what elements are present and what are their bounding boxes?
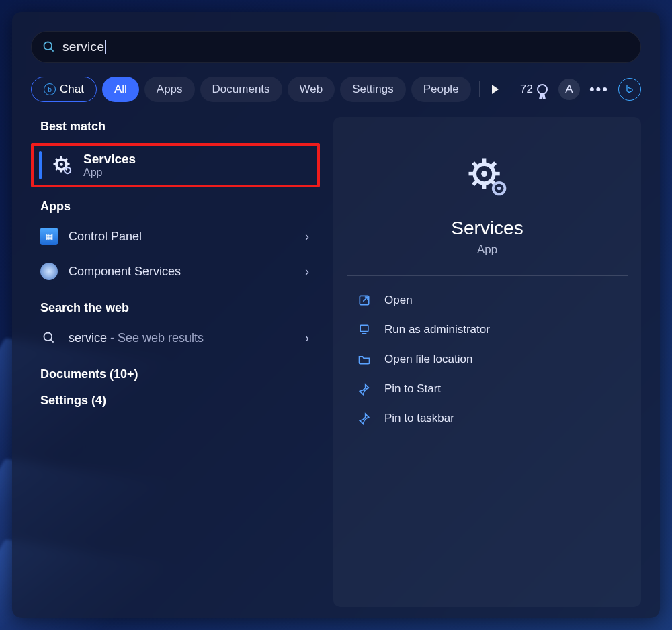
start-search-panel: service b Chat All Apps Documents Web Se…: [12, 12, 660, 618]
folder-icon: [358, 353, 371, 366]
svg-line-1: [51, 49, 54, 52]
filter-apps[interactable]: Apps: [144, 77, 195, 102]
action-pin-start[interactable]: Pin to Start: [347, 374, 628, 404]
rewards-points[interactable]: 72: [520, 83, 548, 96]
search-input[interactable]: service: [31, 31, 641, 63]
preview-panel: Services App Open Run as administrator O…: [333, 117, 641, 607]
filter-label: All: [114, 83, 127, 96]
services-icon: [52, 155, 73, 175]
chevron-right-icon: ›: [305, 230, 309, 244]
best-match-header: Best match: [40, 120, 320, 134]
action-open[interactable]: Open: [347, 285, 628, 315]
documents-category[interactable]: Documents (10+): [40, 367, 320, 381]
svg-line-14: [51, 340, 54, 343]
chevron-right-icon: ›: [305, 331, 309, 345]
chevron-right-icon: ›: [305, 265, 309, 279]
preview-title: Services: [347, 218, 628, 239]
svg-rect-28: [360, 325, 368, 331]
more-icon[interactable]: •••: [589, 81, 609, 98]
component-services-icon: [40, 263, 58, 280]
bing-icon: b: [44, 83, 56, 95]
action-label: Run as administrator: [384, 323, 490, 336]
action-label: Pin to taskbar: [384, 412, 454, 425]
filter-label: Documents: [212, 83, 270, 96]
preview-icon: [347, 154, 628, 199]
svg-line-23: [473, 181, 477, 185]
filter-label: Web: [300, 83, 323, 96]
play-icon[interactable]: [492, 85, 499, 94]
action-label: Open: [384, 294, 413, 307]
filter-people[interactable]: People: [411, 77, 471, 102]
svg-point-0: [44, 42, 52, 50]
svg-point-26: [497, 187, 501, 191]
action-label: Pin to Start: [384, 382, 441, 396]
action-pin-taskbar[interactable]: Pin to taskbar: [347, 404, 628, 433]
svg-point-3: [60, 163, 63, 166]
svg-line-22: [492, 163, 496, 167]
results-column: Best match: [31, 117, 320, 607]
result-subtitle: App: [83, 167, 136, 179]
filter-chat[interactable]: b Chat: [31, 77, 97, 102]
filter-web[interactable]: Web: [288, 77, 335, 102]
avatar-letter: A: [565, 83, 573, 96]
result-label: Control Panel: [69, 230, 142, 244]
action-run-admin[interactable]: Run as administrator: [347, 315, 628, 345]
result-title: Services: [83, 152, 136, 167]
settings-category[interactable]: Settings (4): [40, 394, 320, 408]
web-term: service: [69, 331, 107, 345]
search-icon: [40, 329, 58, 347]
bing-button[interactable]: [618, 78, 641, 101]
svg-point-13: [44, 333, 52, 341]
svg-line-11: [56, 168, 58, 170]
result-web-search[interactable]: service - See web results ›: [31, 320, 320, 355]
svg-point-12: [65, 167, 71, 173]
selection-indicator: [39, 151, 42, 179]
filter-documents[interactable]: Documents: [200, 77, 282, 102]
svg-line-8: [56, 159, 58, 161]
web-suffix: - See web results: [107, 331, 204, 345]
filter-label: Settings: [352, 83, 393, 96]
svg-line-10: [65, 159, 67, 161]
apps-header: Apps: [40, 199, 320, 214]
preview-type: App: [347, 243, 628, 257]
filter-label: Chat: [60, 83, 84, 96]
user-avatar[interactable]: A: [558, 79, 580, 100]
pin-icon: [358, 382, 371, 396]
separator: [479, 81, 480, 97]
medal-icon: [537, 84, 548, 95]
open-icon: [358, 294, 371, 307]
search-icon: [42, 40, 56, 54]
text-caret: [105, 40, 106, 54]
control-panel-icon: ▦: [40, 228, 58, 245]
filter-row: b Chat All Apps Documents Web Settings P…: [31, 77, 641, 102]
svg-line-20: [473, 163, 477, 167]
result-control-panel[interactable]: ▦ Control Panel ›: [31, 219, 320, 254]
search-web-header: Search the web: [40, 301, 320, 315]
filter-label: People: [423, 83, 459, 96]
svg-point-24: [481, 171, 487, 177]
filter-settings[interactable]: Settings: [340, 77, 405, 102]
divider: [347, 275, 628, 276]
shield-icon: [358, 323, 371, 336]
points-value: 72: [520, 83, 533, 96]
filter-all[interactable]: All: [102, 77, 139, 102]
result-label: Component Services: [69, 265, 181, 279]
action-open-location[interactable]: Open file location: [347, 345, 628, 374]
pin-icon: [358, 412, 371, 425]
search-value: service: [62, 40, 104, 54]
result-component-services[interactable]: Component Services ›: [31, 254, 320, 289]
action-label: Open file location: [384, 353, 472, 366]
filter-label: Apps: [157, 83, 183, 96]
best-match-result[interactable]: Services App: [31, 143, 320, 187]
